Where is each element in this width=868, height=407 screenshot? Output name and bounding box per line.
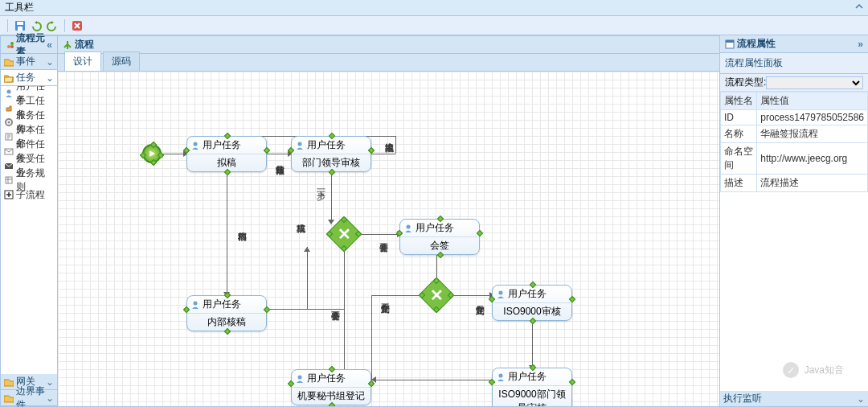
svg-rect-1 xyxy=(17,22,23,25)
delete-icon[interactable] xyxy=(71,19,84,32)
redo-icon[interactable] xyxy=(46,19,59,32)
left-panel: 流程元素 « 事件⌄ 任务⌄ 用户任务 手工任务 服务任务 脚本任务 邮件任务 … xyxy=(0,35,58,407)
svg-point-6 xyxy=(10,45,14,48)
right-panel: 流程属性 » 流程属性面板 流程类型: 属性名属性值 IDprocess1479… xyxy=(719,35,868,407)
user-task-node[interactable]: 用户任务机要秘书组登记 xyxy=(291,369,371,405)
right-header: 流程属性 » xyxy=(720,35,868,53)
tabs: 设计 源码 xyxy=(58,54,719,72)
title-text: 工具栏 xyxy=(5,1,34,14)
user-task-node[interactable]: 用户任务拟稿 xyxy=(186,136,267,172)
svg-point-20 xyxy=(298,375,302,379)
collapse-right-icon[interactable]: » xyxy=(858,39,863,50)
svg-point-15 xyxy=(194,142,198,146)
start-event[interactable] xyxy=(142,144,162,163)
accordion-boundary[interactable]: 边界事件⌄ xyxy=(1,390,57,406)
undo-icon[interactable] xyxy=(30,19,43,32)
task-items: 用户任务 手工任务 服务任务 脚本任务 邮件任务 接受任务 业务规则 子流程 xyxy=(1,86,57,374)
table-row: 命名空间http://www.jeecg.org xyxy=(721,143,868,175)
table-row: IDprocess1479785052586 xyxy=(721,110,868,125)
svg-point-19 xyxy=(499,290,503,294)
center-panel: 流程 设计 源码 用户任务拟稿用户任务部门领导审核用户任务内部 xyxy=(58,35,719,407)
tab-design[interactable]: 设计 xyxy=(64,51,101,71)
accordion-tasks[interactable]: 任务⌄ xyxy=(1,70,57,86)
user-task-node[interactable]: 用户任务ISO9000部门领导审核 xyxy=(492,368,572,406)
collapse-icon[interactable] xyxy=(855,2,863,14)
user-task-node[interactable]: 用户任务会签 xyxy=(399,219,480,255)
collapse-left-icon[interactable]: « xyxy=(47,39,52,51)
user-task-node[interactable]: 用户任务部门领导审核 xyxy=(291,136,371,172)
gateway[interactable]: ✕ xyxy=(331,221,357,247)
process-type-select[interactable] xyxy=(766,76,863,89)
item-business-rule[interactable]: 业务规则 xyxy=(1,173,57,187)
left-panel-header: 流程元素 « xyxy=(1,36,57,54)
svg-point-7 xyxy=(7,90,11,94)
svg-point-5 xyxy=(10,42,14,45)
process-type-label: 流程类型: xyxy=(725,76,766,89)
svg-point-9 xyxy=(8,121,10,124)
property-table: 属性名属性值 IDprocess1479785052586 名称华融签报流程 命… xyxy=(720,92,868,192)
exec-monitor[interactable]: 执行监听⌄ xyxy=(720,391,868,407)
accordion-events[interactable]: 事件⌄ xyxy=(1,54,57,70)
svg-rect-24 xyxy=(726,40,734,43)
user-task-node[interactable]: 用户任务内部核稿 xyxy=(186,295,267,331)
prop-panel-title: 流程属性面板 xyxy=(720,53,868,74)
svg-point-21 xyxy=(499,373,503,377)
user-task-node[interactable]: 用户任务ISO9000审核 xyxy=(492,285,572,321)
process-type-row: 流程类型: xyxy=(720,74,868,92)
table-row: 描述流程描述 xyxy=(721,175,868,192)
svg-rect-2 xyxy=(18,27,23,31)
save-icon[interactable] xyxy=(14,19,27,32)
svg-rect-13 xyxy=(6,177,12,183)
canvas[interactable]: 用户任务拟稿用户任务部门领导审核用户任务内部核稿用户任务会签用户任务ISO900… xyxy=(58,72,719,406)
title-bar: 工具栏 xyxy=(0,0,868,16)
tool-strip xyxy=(0,16,868,35)
table-row: 名称华融签报流程 xyxy=(721,125,868,143)
center-header: 流程 xyxy=(58,36,719,54)
tab-source[interactable]: 源码 xyxy=(103,51,140,71)
svg-point-17 xyxy=(194,301,198,305)
svg-point-18 xyxy=(407,224,411,228)
svg-point-4 xyxy=(7,45,10,48)
gateway[interactable]: ✕ xyxy=(424,282,449,308)
svg-point-16 xyxy=(298,142,302,146)
